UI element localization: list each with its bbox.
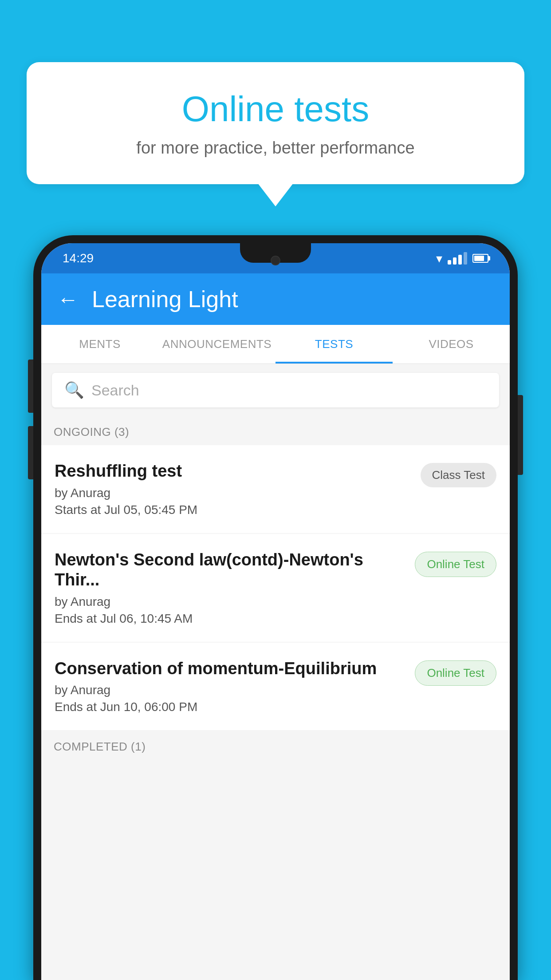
app-bar: ← Learning Light xyxy=(41,273,510,325)
back-button[interactable]: ← xyxy=(57,287,79,312)
tabs-container: MENTS ANNOUNCEMENTS TESTS VIDEOS xyxy=(41,325,510,364)
app-bar-title: Learning Light xyxy=(92,286,238,312)
phone-screen: 14:29 ▾ ← Learning Light xyxy=(41,243,510,980)
test-by-conservation: by Anurag xyxy=(55,683,406,697)
search-icon: 🔍 xyxy=(64,381,84,399)
test-badge-newton: Online Test xyxy=(415,552,496,577)
test-item-newton[interactable]: Newton's Second law(contd)-Newton's Thir… xyxy=(41,534,510,642)
tab-announcements[interactable]: ANNOUNCEMENTS xyxy=(158,325,276,364)
status-icons: ▾ xyxy=(436,251,488,266)
search-input[interactable]: Search xyxy=(91,382,139,399)
test-time-newton: Ends at Jul 06, 10:45 AM xyxy=(55,612,406,626)
speech-bubble: Online tests for more practice, better p… xyxy=(27,62,524,184)
test-name-reshuffling: Reshuffling test xyxy=(55,461,412,482)
content-area: ONGOING (3) Reshuffling test by Anurag S… xyxy=(41,416,510,980)
test-name-newton: Newton's Second law(contd)-Newton's Thir… xyxy=(55,550,406,590)
wifi-icon: ▾ xyxy=(436,251,442,266)
tab-videos[interactable]: VIDEOS xyxy=(393,325,510,364)
test-info-conservation: Conservation of momentum-Equilibrium by … xyxy=(55,659,415,715)
test-info-reshuffling: Reshuffling test by Anurag Starts at Jul… xyxy=(55,461,421,517)
tab-tests[interactable]: TESTS xyxy=(276,325,393,364)
speech-bubble-container: Online tests for more practice, better p… xyxy=(27,62,524,184)
side-button-left2 xyxy=(28,426,33,479)
ongoing-section-header: ONGOING (3) xyxy=(41,416,510,445)
test-info-newton: Newton's Second law(contd)-Newton's Thir… xyxy=(55,550,415,626)
search-container: 🔍 Search xyxy=(41,364,510,416)
test-by-newton: by Anurag xyxy=(55,595,406,609)
test-item-reshuffling[interactable]: Reshuffling test by Anurag Starts at Jul… xyxy=(41,445,510,533)
search-bar[interactable]: 🔍 Search xyxy=(52,373,499,407)
bubble-title: Online tests xyxy=(62,89,489,130)
ongoing-section-title: ONGOING (3) xyxy=(54,425,129,439)
phone-frame: 14:29 ▾ ← Learning Light xyxy=(33,235,518,980)
status-time: 14:29 xyxy=(63,251,94,265)
completed-section-title: COMPLETED (1) xyxy=(54,740,146,753)
test-time-conservation: Ends at Jun 10, 06:00 PM xyxy=(55,700,406,714)
test-badge-reshuffling: Class Test xyxy=(421,463,496,487)
completed-section-header: COMPLETED (1) xyxy=(41,731,510,760)
bubble-subtitle: for more practice, better performance xyxy=(62,138,489,158)
test-badge-conservation: Online Test xyxy=(415,660,496,686)
test-name-conservation: Conservation of momentum-Equilibrium xyxy=(55,659,406,679)
test-item-conservation[interactable]: Conservation of momentum-Equilibrium by … xyxy=(41,643,510,731)
signal-icon xyxy=(448,252,467,265)
test-time-reshuffling: Starts at Jul 05, 05:45 PM xyxy=(55,503,412,517)
side-button-right xyxy=(518,395,523,475)
phone-notch xyxy=(240,243,311,263)
tab-ments[interactable]: MENTS xyxy=(41,325,158,364)
test-by-reshuffling: by Anurag xyxy=(55,486,412,500)
phone-camera xyxy=(271,256,280,265)
battery-icon xyxy=(472,254,488,263)
side-button-left xyxy=(28,360,33,413)
